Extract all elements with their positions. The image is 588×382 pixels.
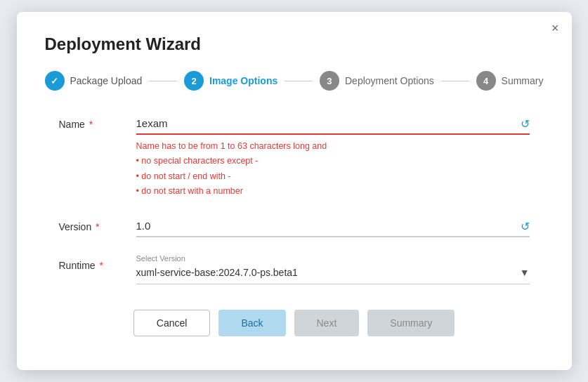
name-required-star: * — [86, 119, 93, 130]
runtime-dropdown-arrow-icon[interactable]: ▼ — [520, 267, 530, 278]
step-line-1 — [149, 81, 177, 81]
runtime-select-label: Select Version — [136, 254, 530, 263]
name-error-2: • do not start / end with - — [136, 169, 530, 184]
deployment-wizard-dialog: × Deployment Wizard ✓ Package Upload 2 I… — [17, 12, 572, 370]
name-row: Name * ↺ Name has to be from 1 to 63 cha… — [59, 113, 530, 199]
step-3-circle: 3 — [320, 71, 339, 91]
step-2-circle: 2 — [184, 71, 204, 91]
name-error-3: • do not start with a number — [136, 184, 530, 199]
step-image-options[interactable]: 2 Image Options — [184, 71, 277, 91]
step-3-number: 3 — [327, 76, 332, 86]
runtime-required-star: * — [97, 260, 103, 271]
dialog-footer: Cancel Back Next Summary — [45, 310, 544, 336]
name-input[interactable] — [136, 113, 530, 135]
step-2-label: Image Options — [209, 75, 277, 86]
runtime-field: Select Version xuml-service-base:2024.7.… — [136, 254, 530, 284]
step-line-3 — [441, 81, 469, 81]
version-label: Version * — [59, 216, 136, 232]
runtime-row: Runtime * Select Version xuml-service-ba… — [59, 254, 530, 284]
runtime-dropdown[interactable]: Select Version xuml-service-base:2024.7.… — [136, 254, 530, 284]
version-row: Version * ↺ — [59, 216, 530, 237]
name-field: ↺ Name has to be from 1 to 63 characters… — [136, 113, 530, 199]
dialog-title: Deployment Wizard — [45, 34, 544, 54]
close-button[interactable]: × — [551, 22, 559, 34]
step-4-label: Summary — [502, 75, 544, 86]
name-undo-icon[interactable]: ↺ — [521, 117, 530, 131]
wizard-stepper: ✓ Package Upload 2 Image Options 3 Deplo… — [45, 71, 544, 91]
name-error-title: Name has to be from 1 to 63 characters l… — [136, 139, 530, 154]
step-deployment-options[interactable]: 3 Deployment Options — [320, 71, 434, 91]
name-error-messages: Name has to be from 1 to 63 characters l… — [136, 139, 530, 199]
step-summary[interactable]: 4 Summary — [476, 71, 544, 91]
cancel-button[interactable]: Cancel — [133, 310, 211, 336]
step-3-label: Deployment Options — [345, 75, 434, 86]
step-1-label: Package Upload — [70, 75, 143, 86]
back-button[interactable]: Back — [218, 310, 285, 336]
version-input[interactable] — [136, 216, 530, 237]
name-label: Name * — [59, 113, 136, 130]
step-package-upload[interactable]: ✓ Package Upload — [45, 71, 143, 91]
step-4-number: 4 — [483, 76, 488, 86]
version-required-star: * — [93, 221, 99, 232]
version-undo-icon[interactable]: ↺ — [521, 220, 530, 233]
version-field: ↺ — [136, 216, 530, 237]
next-button[interactable]: Next — [294, 310, 360, 336]
summary-button[interactable]: Summary — [367, 310, 455, 336]
step-1-circle: ✓ — [45, 71, 65, 91]
runtime-selected-value: xuml-service-base:2024.7.0-ps.beta1 — [136, 264, 530, 281]
name-error-1: • no special characters except - — [136, 154, 530, 169]
form-body: Name * ↺ Name has to be from 1 to 63 cha… — [45, 113, 544, 284]
step-4-circle: 4 — [476, 71, 496, 91]
runtime-label: Runtime * — [59, 254, 136, 271]
step-line-2 — [285, 81, 313, 81]
step-1-number: ✓ — [51, 76, 58, 86]
step-2-number: 2 — [191, 76, 196, 86]
